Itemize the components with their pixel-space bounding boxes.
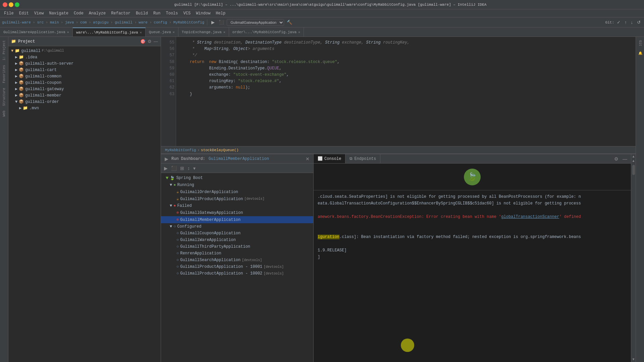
- sidebar-structure[interactable]: Structure: [2, 86, 7, 108]
- sidebar-git[interactable]: Git: [638, 38, 643, 48]
- menu-tools[interactable]: Tools: [163, 10, 181, 16]
- menu-build[interactable]: Build: [133, 10, 151, 16]
- tab-close-icon[interactable]: ✕: [67, 30, 69, 34]
- tab-close-icon[interactable]: ✕: [223, 30, 225, 34]
- tree-item-coupon[interactable]: ▶ 📦 gulimall-coupon: [8, 79, 161, 86]
- tree-item-mvn[interactable]: ▶ 📁 .mvn: [8, 105, 161, 111]
- run-more-button[interactable]: ▾: [192, 165, 197, 171]
- run-close-button[interactable]: ✕: [305, 156, 311, 162]
- tree-item-member[interactable]: ▶ 📦 gulimall-member: [8, 92, 161, 99]
- menu-code[interactable]: Code: [71, 10, 86, 16]
- tab-queue[interactable]: Queue.java ✕: [146, 27, 178, 37]
- global-transaction-scanner-link[interactable]: globalTransactionScanner: [501, 215, 559, 219]
- run-item-coupon-app[interactable]: ○ GulimallCouponApplication: [161, 230, 313, 237]
- scroll-up-arrow[interactable]: ▲: [632, 159, 634, 163]
- git-push-button[interactable]: ↑: [623, 19, 628, 25]
- sidebar-project[interactable]: 1: Project: [2, 38, 7, 62]
- tab-topicexchange[interactable]: TopicExchange.java ✕: [178, 27, 229, 37]
- menu-navigate[interactable]: Navigate: [46, 10, 71, 16]
- project-icon: 📁: [11, 39, 16, 44]
- tree-item-cart[interactable]: ▶ 📦 gulimall-cart: [8, 67, 161, 73]
- tree-item-order[interactable]: ▼ 📦 gulimall-order: [8, 99, 161, 105]
- menu-refactor[interactable]: Refactor: [108, 10, 133, 16]
- tree-item-common[interactable]: ▶ 📦 gulimall-common: [8, 73, 161, 79]
- run-configured-header[interactable]: ▼ ○ Configured: [161, 223, 313, 230]
- breadcrumb-ware[interactable]: ware: [139, 20, 148, 24]
- tab-close-icon[interactable]: ✕: [140, 31, 142, 35]
- run-item-product-app[interactable]: ☕ GulimallProductApplication [devtools]: [161, 195, 313, 202]
- menu-edit[interactable]: Edit: [16, 10, 32, 16]
- tree-item-gulimall[interactable]: ▼ 📁 gulimall F:\gulimall: [8, 48, 161, 54]
- menu-vcs[interactable]: VCS: [181, 10, 194, 16]
- tab-close-icon[interactable]: ✕: [298, 30, 300, 34]
- run-item-product-10002[interactable]: ○ GulimallProductApplication - 10002 [de…: [161, 270, 313, 277]
- run-item-search-app[interactable]: ○ GulimallSearchApplication [devtools]: [161, 257, 313, 263]
- console-scrollbar[interactable]: ▲ ▲ ▼: [631, 154, 636, 362]
- menu-analyze[interactable]: Analyze: [86, 10, 108, 16]
- git-revert-button[interactable]: ↺: [636, 19, 642, 25]
- tab-myrabbitconfig[interactable]: ware\...\MyRabbitConfig.java ✕: [73, 27, 146, 37]
- breadcrumb-config[interactable]: config: [154, 20, 167, 24]
- run-restart-button[interactable]: ▶: [163, 165, 169, 171]
- breadcrumb-gulimall-ware[interactable]: gulimall-ware: [2, 20, 31, 24]
- run-item-gateway-app[interactable]: ⊗ GulimallGatewayApplication: [161, 209, 313, 216]
- tree-label: gulimall-auth-server: [25, 61, 73, 66]
- tab-gulimall-ware-application[interactable]: GulimallWareApplication.java ✕: [0, 27, 73, 37]
- run-sort-button[interactable]: ↕: [186, 165, 191, 171]
- close-button[interactable]: [3, 2, 7, 7]
- tab-close-icon[interactable]: ✕: [173, 30, 175, 34]
- breadcrumb-myrabbitconfig[interactable]: MyRabbitConfig: [173, 20, 204, 24]
- menu-file[interactable]: File: [1, 10, 16, 16]
- tab-order-myrabbitconfig[interactable]: order\...\MyRabbitConfig.java ✕: [229, 27, 304, 37]
- menu-run[interactable]: Run: [151, 10, 163, 16]
- scroll-up-button[interactable]: ▲: [632, 155, 634, 159]
- run-springboot-header[interactable]: ▼ 🍃 Spring Boot: [161, 174, 313, 182]
- run-item-order-app[interactable]: ☕ GulimallOrderApplication: [161, 188, 313, 195]
- run-stop-button[interactable]: ⬛: [170, 165, 178, 171]
- console-gear-button[interactable]: ⚙: [613, 156, 620, 162]
- tree-item-gateway[interactable]: ▶ 📦 gulimall-gateway: [8, 86, 161, 92]
- code-area[interactable]: * String destination, DestinationType de…: [176, 37, 636, 146]
- run-item-thirdparty-app[interactable]: ○ GulimallThirdPartyApplication: [161, 243, 313, 250]
- sidebar-favorites[interactable]: Favorites: [2, 63, 7, 85]
- menu-view[interactable]: View: [32, 10, 47, 16]
- project-locate-button[interactable]: 🎯: [140, 39, 146, 44]
- run-item-product-10001[interactable]: ○ GulimallProductApplication - 10001 [de…: [161, 263, 313, 270]
- run-play-button[interactable]: ▶: [164, 156, 169, 162]
- sidebar-web[interactable]: Web: [2, 109, 7, 119]
- app-label: GulimallThirdPartyApplication: [180, 244, 250, 249]
- maximize-button[interactable]: [15, 2, 19, 7]
- breadcrumb-com[interactable]: com: [80, 20, 87, 24]
- run-failed-header[interactable]: ▼ ● Failed: [161, 202, 313, 209]
- run-button[interactable]: ▶: [210, 19, 216, 25]
- scroll-down-button[interactable]: ▼: [632, 358, 634, 361]
- run-running-header[interactable]: ▼ ● Running: [161, 182, 313, 188]
- menu-help[interactable]: Help: [213, 10, 228, 16]
- breadcrumb-gulimall[interactable]: gulimall: [115, 20, 132, 24]
- breadcrumb-atguigu[interactable]: atguigu: [93, 20, 108, 24]
- console-tab-endpoints[interactable]: ⧉ Endpoints: [345, 154, 380, 163]
- minimize-button[interactable]: [9, 2, 13, 7]
- console-close-button[interactable]: —: [622, 156, 628, 162]
- scroll-thumb[interactable]: [632, 165, 635, 175]
- run-config-selector[interactable]: GulimallGatewayApplication: [227, 19, 284, 26]
- menu-window[interactable]: Window: [193, 10, 213, 16]
- project-collapse-button[interactable]: —: [154, 39, 158, 44]
- breadcrumb-src[interactable]: src: [37, 20, 44, 24]
- git-commit-button[interactable]: ✓: [615, 19, 622, 25]
- stop-button[interactable]: ⬛: [217, 19, 225, 25]
- git-update-button[interactable]: ↓: [630, 19, 635, 25]
- tree-item-idea[interactable]: ▶ 📁 .idea: [8, 54, 161, 60]
- run-filter-button[interactable]: ⊞: [179, 165, 185, 171]
- tree-item-auth-server[interactable]: ▶ 📦 gulimall-auth-server: [8, 60, 161, 67]
- breadcrumb-main[interactable]: main: [50, 20, 59, 24]
- build-button[interactable]: 🔨: [285, 19, 293, 25]
- run-item-ware-app[interactable]: ○ GulimallWareApplication: [161, 237, 313, 243]
- breadcrumb-java[interactable]: java: [65, 20, 74, 24]
- project-settings-button[interactable]: ⚙: [148, 39, 152, 44]
- run-item-renren-app[interactable]: ○ RenrenApplication: [161, 250, 313, 257]
- run-item-member-app[interactable]: ⊗ GulimallMemberApplication: [161, 216, 313, 223]
- console-output[interactable]: .cloud.seata.SeataProperties] is not eli…: [314, 190, 631, 362]
- sidebar-notifications[interactable]: 🔔: [638, 49, 643, 57]
- console-tab-console[interactable]: ⬜ Console: [314, 154, 345, 163]
